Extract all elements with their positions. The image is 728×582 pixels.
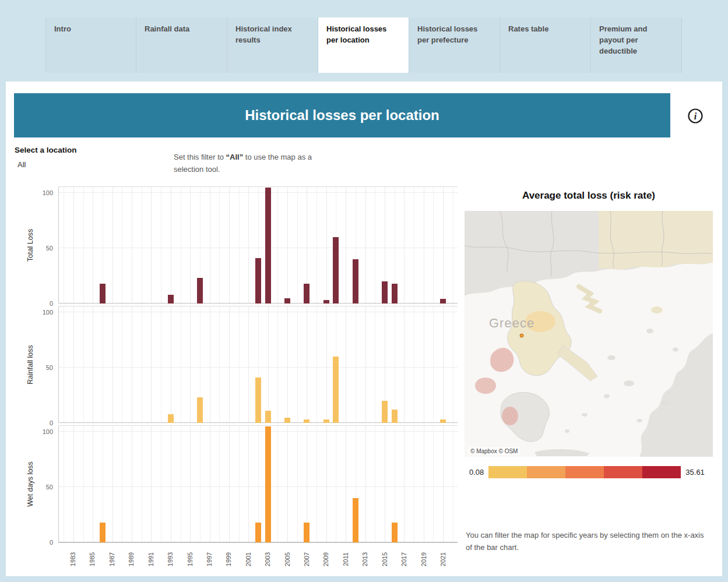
y-tick-label: 50	[46, 245, 53, 252]
gridline-vertical	[83, 306, 84, 423]
tab-historical-losses-per-prefecture[interactable]: Historical losses per prefecture	[409, 17, 500, 73]
tab-premium-and-payout-per-deductible[interactable]: Premium and payout per deductible	[591, 17, 682, 73]
bar-total-loss-2007[interactable]	[304, 284, 310, 304]
x-tick-label-1997[interactable]: 1997	[206, 552, 213, 566]
x-tick-label-1991[interactable]: 1991	[147, 552, 154, 566]
y-tick-label: 0	[50, 539, 53, 546]
gridline-vertical	[73, 426, 74, 542]
info-icon-glyph: i	[687, 107, 704, 125]
bar-total-loss-1996[interactable]	[197, 278, 203, 304]
gridline-vertical	[239, 306, 240, 423]
bar-total-loss-2012[interactable]	[353, 259, 358, 304]
bar-rainfall-loss-2002[interactable]	[255, 378, 261, 423]
gridline-vertical	[404, 187, 405, 304]
legend-min-value: 0.08	[469, 468, 484, 477]
bar-rainfall-loss-2021[interactable]	[440, 419, 446, 423]
gridline-vertical	[326, 187, 327, 304]
bar-total-loss-2016[interactable]	[392, 284, 398, 304]
x-tick-label-2015[interactable]: 2015	[381, 552, 388, 566]
filter-label: Select a location	[15, 146, 77, 154]
x-tick-label-2005[interactable]: 2005	[284, 552, 291, 566]
bar-rainfall-loss-2009[interactable]	[323, 419, 329, 423]
x-tick-label-1987[interactable]: 1987	[108, 552, 115, 566]
x-tick-label-1989[interactable]: 1989	[128, 552, 135, 566]
tab-rainfall-data[interactable]: Rainfall data	[136, 17, 227, 73]
y-tick-label: 100	[43, 309, 53, 316]
bar-wet-days-loss-2003[interactable]	[265, 426, 271, 543]
map-marker-dot[interactable]	[520, 334, 523, 337]
choropleth-map[interactable]: Greece © Mapbox © OSM	[465, 211, 713, 457]
gridline-vertical	[395, 306, 395, 423]
x-tick-label-1985[interactable]: 1985	[89, 552, 96, 566]
bar-total-loss-2005[interactable]	[284, 298, 290, 304]
dashboard-sheet: Historical losses per location i Select …	[6, 82, 722, 576]
bar-rainfall-loss-2007[interactable]	[304, 419, 310, 423]
tab-rates-table[interactable]: Rates table	[500, 17, 591, 73]
bar-wet-days-loss-2002[interactable]	[255, 523, 261, 542]
bar-total-loss-2003[interactable]	[265, 188, 271, 304]
gridline-horizontal	[59, 367, 458, 368]
bar-total-loss-1993[interactable]	[168, 295, 174, 304]
info-icon[interactable]: i	[687, 107, 704, 125]
chart-panel-total-loss: Total Loss 050100	[58, 186, 458, 304]
x-tick-label-1995[interactable]: 1995	[187, 552, 194, 566]
x-tick-label-2019[interactable]: 2019	[420, 552, 427, 566]
bar-rainfall-loss-2005[interactable]	[284, 418, 290, 424]
x-tick-label-2001[interactable]: 2001	[245, 552, 252, 566]
gridline-vertical	[316, 306, 317, 423]
gridline-vertical	[356, 306, 356, 423]
bar-wet-days-loss-2016[interactable]	[392, 523, 398, 542]
bar-total-loss-2010[interactable]	[333, 237, 339, 304]
gridline-vertical	[239, 426, 240, 542]
bar-total-loss-2015[interactable]	[382, 281, 388, 304]
bar-total-loss-2002[interactable]	[255, 258, 261, 304]
bar-rainfall-loss-2010[interactable]	[333, 357, 339, 423]
x-tick-label-2011[interactable]: 2011	[342, 552, 349, 566]
gridline-vertical	[346, 306, 346, 423]
location-filter-dropdown[interactable]: All	[17, 160, 93, 169]
x-tick-label-2013[interactable]: 2013	[361, 552, 368, 566]
gridline-vertical	[424, 187, 424, 304]
x-tick-label-2007[interactable]: 2007	[303, 552, 310, 566]
gridline-vertical	[277, 187, 278, 304]
bar-wet-days-loss-2007[interactable]	[304, 523, 310, 542]
gridline-vertical	[142, 187, 142, 304]
bar-total-loss-1986[interactable]	[100, 284, 105, 304]
gridline-vertical	[443, 426, 444, 542]
bar-total-loss-2009[interactable]	[323, 300, 329, 304]
bar-rainfall-loss-2015[interactable]	[382, 401, 388, 423]
gridline-vertical	[64, 426, 64, 542]
x-tick-label-1983[interactable]: 1983	[69, 552, 76, 566]
x-tick-label-2003[interactable]: 2003	[264, 552, 271, 566]
x-tick-label-2021[interactable]: 2021	[439, 552, 446, 566]
gridline-vertical	[161, 187, 161, 304]
bar-rainfall-loss-1996[interactable]	[197, 397, 203, 423]
tab-label: Historical losses per prefecture	[417, 24, 477, 44]
tab-intro[interactable]: Intro	[45, 17, 136, 73]
gridline-vertical	[326, 306, 327, 423]
gridline-vertical	[122, 426, 122, 542]
gridline-vertical	[112, 306, 113, 423]
tab-historical-losses-per-location[interactable]: Historical losses per location	[318, 17, 409, 73]
bar-rainfall-loss-2003[interactable]	[265, 411, 271, 423]
bar-rainfall-loss-2016[interactable]	[392, 410, 398, 423]
x-tick-label-1993[interactable]: 1993	[167, 552, 174, 566]
y-axis-title-total-loss: Total Loss	[26, 229, 34, 262]
gridline-vertical	[73, 306, 74, 423]
bar-wet-days-loss-1986[interactable]	[100, 523, 105, 542]
legend-gradient-bar	[488, 466, 681, 478]
bar-rainfall-loss-1993[interactable]	[168, 414, 174, 423]
x-tick-label-2017[interactable]: 2017	[400, 552, 407, 566]
x-tick-label-2009[interactable]: 2009	[322, 552, 329, 566]
tab-historical-index-results[interactable]: Historical index results	[227, 17, 318, 73]
bar-wet-days-loss-2012[interactable]	[353, 498, 358, 542]
bar-total-loss-2021[interactable]	[440, 299, 446, 304]
gridline-vertical	[171, 306, 171, 423]
gridline-vertical	[151, 306, 152, 423]
gridline-vertical	[307, 306, 307, 423]
tab-label: Intro	[54, 24, 71, 33]
gridline-vertical	[142, 426, 142, 542]
gridline-vertical	[433, 187, 434, 304]
gridline-vertical	[424, 426, 424, 542]
x-tick-label-1999[interactable]: 1999	[225, 552, 232, 566]
